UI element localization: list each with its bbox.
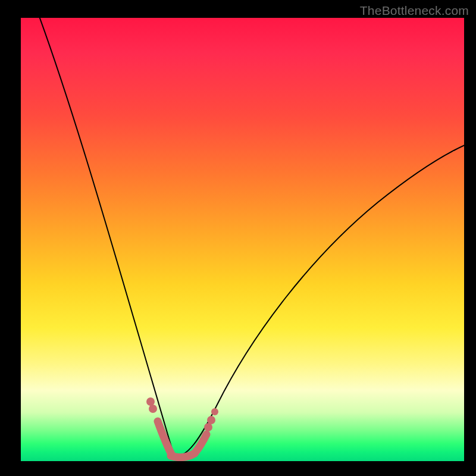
marker-dot <box>146 397 155 406</box>
curve-left-branch <box>39 18 174 457</box>
watermark-text: TheBottleneck.com <box>360 4 469 18</box>
marker-seg-right <box>195 434 206 453</box>
chart-frame: TheBottleneck.com <box>0 0 476 476</box>
marker-dot <box>207 416 215 424</box>
marker-dot <box>211 408 218 415</box>
marker-dot <box>149 405 157 413</box>
curve-layer <box>21 18 464 461</box>
marker-dot <box>204 423 212 431</box>
plot-area <box>21 18 464 461</box>
